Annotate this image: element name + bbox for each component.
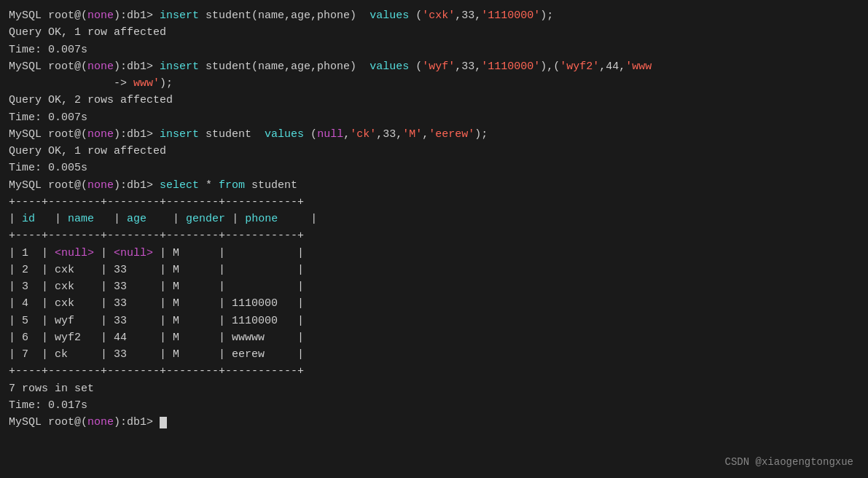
cursor	[160, 417, 167, 428]
terminal-line-l15: +----+--------+--------+--------+-------…	[9, 363, 859, 380]
terminal-line-l14: +----+--------+--------+--------+-------…	[9, 227, 859, 244]
terminal-line-l4: MySQL root@(none):db1> insert student(na…	[9, 58, 859, 75]
terminal-line-l11: MySQL root@(none):db1> select * from stu…	[9, 177, 859, 194]
terminal-line-l6: Query OK, 2 rows affected	[9, 92, 859, 109]
terminal-line-l8: MySQL root@(none):db1> insert student va…	[9, 126, 859, 143]
terminal-line-r6: | 6 | wyf2 | 44 | M | wwwww |	[9, 329, 859, 346]
terminal-line-l9: Query OK, 1 row affected	[9, 143, 859, 160]
terminal-line-r3: | 3 | cxk | 33 | M | |	[9, 278, 859, 295]
terminal-line-l18: Time: 0.017s	[9, 397, 859, 414]
terminal-line-l5: -> www');	[9, 75, 859, 92]
terminal-line-l10: Time: 0.005s	[9, 160, 859, 176]
terminal-line-l17: 7 rows in set	[9, 380, 859, 397]
terminal-line-l3: Time: 0.007s	[9, 42, 859, 58]
terminal-line-r4: | 4 | cxk | 33 | M | 1110000 |	[9, 295, 859, 312]
terminal-line-l13: | id | name | age | gender | phone |	[9, 211, 859, 227]
terminal-line-r7: | 7 | ck | 33 | M | eerew |	[9, 346, 859, 363]
terminal-line-l2: Query OK, 1 row affected	[9, 24, 859, 41]
terminal-line-r5: | 5 | wyf | 33 | M | 1110000 |	[9, 313, 859, 329]
terminal-line-l1: MySQL root@(none):db1> insert student(na…	[9, 7, 859, 24]
terminal: MySQL root@(none):db1> insert student(na…	[0, 0, 868, 478]
terminal-line-l12: +----+--------+--------+--------+-------…	[9, 194, 859, 211]
terminal-line-l19: MySQL root@(none):db1>	[9, 414, 859, 431]
terminal-line-l7: Time: 0.007s	[9, 109, 859, 126]
footer-brand: CSDN @xiaogengtongxue	[725, 456, 853, 468]
terminal-line-r1: | 1 | <null> | <null> | M | |	[9, 245, 859, 262]
terminal-line-r2: | 2 | cxk | 33 | M | |	[9, 262, 859, 278]
